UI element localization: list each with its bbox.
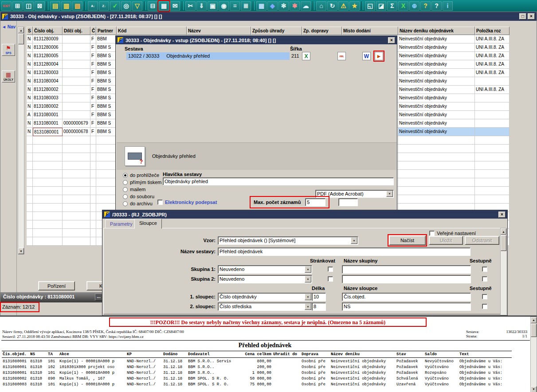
radio-option-3[interactable]: do souboru xyxy=(123,193,162,200)
confirm-icon[interactable]: ✓ xyxy=(110,1,120,11)
search-icon[interactable]: ◎ xyxy=(121,1,131,11)
print-report-icon[interactable]: ▦ xyxy=(159,1,169,11)
grid-cell[interactable]: 8131080001 xyxy=(33,128,63,136)
grid-cell[interactable] xyxy=(96,136,117,145)
grid-cell[interactable] xyxy=(27,229,33,237)
grid-cell[interactable] xyxy=(90,212,96,220)
excel-export-icon[interactable]: X xyxy=(302,52,310,60)
radio-option-4[interactable]: do archivu xyxy=(123,200,162,207)
grid-cell[interactable] xyxy=(475,187,510,195)
grid-cell[interactable]: F xyxy=(90,119,96,128)
grid-header-misto[interactable]: Místo dodání xyxy=(342,27,398,35)
grid-cell[interactable]: 8131280006 xyxy=(33,43,63,52)
grid-cell[interactable]: N xyxy=(27,52,33,60)
warning-icon[interactable]: ⚠ xyxy=(338,1,349,11)
grid-cell[interactable] xyxy=(475,77,510,86)
question-icon[interactable]: ? xyxy=(431,1,442,11)
grid-cell[interactable] xyxy=(27,161,33,170)
grid-cell[interactable] xyxy=(27,237,33,246)
grid-cell[interactable] xyxy=(63,111,90,119)
grid-cell[interactable]: 8131280003 xyxy=(33,69,63,77)
grid-cell[interactable] xyxy=(33,178,63,187)
grid-cell[interactable] xyxy=(27,204,33,212)
sloupec2-select[interactable]: Číslo střediska xyxy=(218,302,312,311)
sloupec2-delka-input[interactable]: 8 xyxy=(312,302,326,311)
grid-header-uhrada[interactable]: Způsob úhrady xyxy=(251,27,302,35)
grid-cell[interactable] xyxy=(63,60,90,69)
grid-cell[interactable] xyxy=(96,145,117,153)
more-button[interactable]: ... xyxy=(95,294,102,301)
grid-cell[interactable] xyxy=(96,153,117,161)
radio-icon[interactable] xyxy=(123,173,128,178)
skupina2-select[interactable]: Neuvedeno xyxy=(218,275,312,283)
save-icon[interactable]: ◆ xyxy=(267,1,278,11)
grid-cell[interactable]: F xyxy=(90,60,96,69)
grid-cell[interactable] xyxy=(475,153,510,161)
scroll-down-icon[interactable] xyxy=(18,248,24,254)
grid-cell[interactable]: BBM S xyxy=(96,119,117,128)
chevron-down-icon[interactable] xyxy=(351,237,357,244)
grid-cell[interactable]: UNI A.III.8. ZA xyxy=(475,52,510,60)
grid-cell[interactable] xyxy=(63,136,90,145)
copy-record-icon[interactable]: ◫ xyxy=(24,1,34,11)
grid-header-nazev[interactable]: Název xyxy=(187,27,251,35)
grid-cell[interactable] xyxy=(33,237,63,246)
grid-cell[interactable] xyxy=(27,212,33,220)
grid-cell[interactable]: Neinvestiční objednávky xyxy=(398,86,475,94)
grid-cell[interactable] xyxy=(33,161,63,170)
grid-cell[interactable] xyxy=(475,94,510,102)
grid-cell[interactable] xyxy=(33,220,63,229)
delete-record-icon[interactable]: ⊠ xyxy=(35,1,45,11)
grid-cell[interactable]: F xyxy=(90,35,96,43)
grid-cell[interactable] xyxy=(63,212,90,220)
scroll-up-icon[interactable] xyxy=(501,228,506,235)
grid-cell[interactable] xyxy=(90,136,96,145)
radio-option-0[interactable]: do prohlížeče xyxy=(123,172,162,179)
grid-cell[interactable]: 8131080003 xyxy=(33,94,63,102)
grid-cell[interactable] xyxy=(475,161,510,170)
grid-cell[interactable]: F xyxy=(90,52,96,60)
refresh-icon[interactable]: ↻ xyxy=(327,1,337,11)
grid-cell[interactable]: Neinvestiční objednávky xyxy=(398,35,475,43)
grid-header-partner[interactable]: Partner xyxy=(96,27,117,35)
ulozit-button[interactable]: Uložit xyxy=(429,236,463,245)
grid-cell[interactable]: N xyxy=(27,86,33,94)
grid-cell[interactable]: BBM S xyxy=(96,69,117,77)
header-input[interactable]: Objednávky přehled xyxy=(163,177,394,185)
scrollbar-thumb[interactable] xyxy=(18,34,24,44)
grid-cell[interactable] xyxy=(398,187,475,195)
grid-header-s[interactable]: S xyxy=(27,27,33,35)
report-scrollbar[interactable] xyxy=(530,317,537,392)
grid-cell[interactable] xyxy=(63,161,90,170)
tab-sloupce[interactable]: Sloupce xyxy=(134,219,162,229)
grid-cell[interactable] xyxy=(90,237,96,246)
sigma-icon[interactable]: Σ xyxy=(387,1,397,11)
grid-cell[interactable]: 8131280004 xyxy=(33,60,63,69)
grid-cell[interactable]: F xyxy=(90,69,96,77)
grid-cell[interactable] xyxy=(90,195,96,204)
calendar-icon[interactable]: ▦ xyxy=(256,1,267,11)
grid-cell[interactable]: 8131080001 xyxy=(33,111,63,119)
scrollbar-thumb[interactable] xyxy=(531,324,537,337)
grid-cell[interactable] xyxy=(475,111,510,119)
grid-cell[interactable] xyxy=(90,161,96,170)
cut-icon[interactable]: ✂ xyxy=(185,1,196,11)
grid-cell[interactable] xyxy=(33,187,63,195)
print-icon[interactable]: ⊟ xyxy=(148,1,158,11)
grid-cell[interactable] xyxy=(398,178,475,187)
grid-cell[interactable] xyxy=(63,35,90,43)
grid-cell[interactable] xyxy=(90,187,96,195)
grid-cell[interactable]: BBM S xyxy=(96,94,117,102)
sloupec1-sestupne-checkbox[interactable] xyxy=(482,294,487,299)
grid-cell[interactable]: Neinvestiční objednávky xyxy=(398,69,475,77)
grid-cell[interactable] xyxy=(475,102,510,111)
grid-header-kod[interactable]: Kód xyxy=(117,27,187,35)
grid-cell[interactable]: A xyxy=(27,111,33,119)
chevron-down-icon[interactable] xyxy=(386,191,393,197)
grid-cell[interactable] xyxy=(27,195,33,204)
grid-cell[interactable] xyxy=(33,170,63,178)
grid-cell[interactable] xyxy=(475,119,510,128)
skupina2-strankovat-checkbox[interactable] xyxy=(328,276,333,282)
grid-cell[interactable] xyxy=(63,94,90,102)
sloupec1-select[interactable]: Číslo objednávky xyxy=(218,293,312,301)
